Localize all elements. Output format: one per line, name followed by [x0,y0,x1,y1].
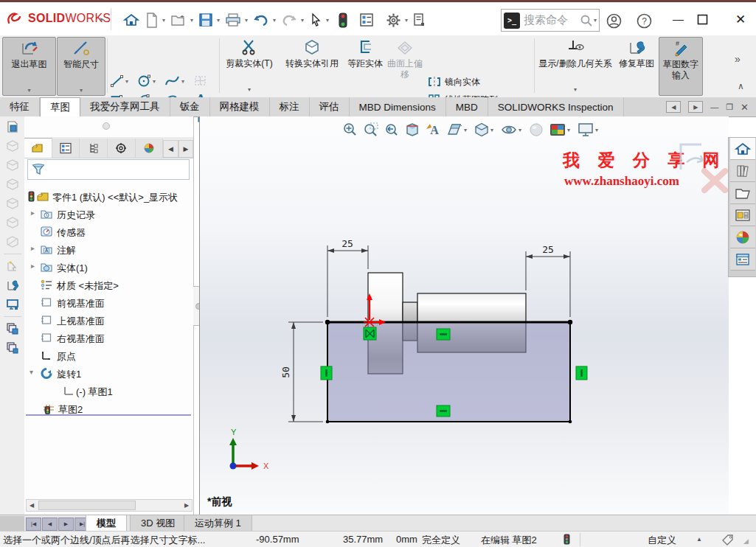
search-input[interactable]: 搜索命令 [524,13,580,27]
view-palette-icon[interactable] [730,204,755,226]
convert-entities-button[interactable]: 转换实体引用 [280,37,344,94]
ribbon-collapse-icon[interactable]: ∧ [738,81,744,91]
relation-badge-vertical-right[interactable] [576,366,587,380]
dropdown-arrow-icon[interactable]: ▾ [58,87,105,94]
tab-mesh-modeling[interactable]: 网格建模 [210,97,270,116]
minimize-icon[interactable]: — [664,13,693,25]
maximize-icon[interactable] [697,14,708,25]
scrollbar-thumb[interactable] [38,501,136,510]
sketch-confirmation-corner[interactable] [681,144,725,190]
first-tab-icon[interactable]: |◀ [26,518,41,531]
custom-properties-icon[interactable] [730,248,755,271]
active-view-cube-icon[interactable] [3,118,22,136]
cube-icon[interactable] [3,233,22,251]
tree-item-solid-bodies[interactable]: ▸ 实体(1) [24,259,193,276]
dropdown-arrow-icon[interactable]: ▾ [3,87,55,94]
units-selector[interactable]: 自定义 [648,534,676,547]
tab-sheet-metal[interactable]: 钣金 [170,97,210,116]
doc-restore-icon[interactable]: ❐ [726,102,733,112]
tree-item-top-plane[interactable]: 上视基准面 [24,313,193,329]
expand-arrow-icon[interactable]: ▸ [31,244,35,252]
collapse-arrow-icon[interactable]: ▾ [30,368,33,376]
tab-model[interactable]: 模型 [86,515,127,531]
sketch-repair-icon[interactable] [3,276,22,294]
tree-item-history[interactable]: ▸ 历史记录 [24,206,193,223]
tree-item-revolve1[interactable]: ▾ 旋转1 [24,366,193,382]
dropdown-arrow-icon[interactable]: ▾ [153,78,156,85]
cube-icon[interactable] [3,195,22,212]
panel-collapse-handle[interactable] [103,122,110,130]
dimension-25-left[interactable]: 25 [327,238,368,317]
dropdown-arrow-icon[interactable]: ▾ [190,17,193,24]
select-cursor-icon[interactable] [306,8,325,32]
dropdown-arrow-icon[interactable]: ▾ [245,17,248,24]
doc-prev-icon[interactable]: ◀ [666,101,681,113]
doc-close-icon[interactable]: ✕ [741,102,749,113]
tab-evaluate[interactable]: 评估 [310,97,350,116]
tree-item-sketch1[interactable]: (-) 草图1 [24,383,193,400]
tab-motion-study[interactable]: 运动算例 1 [184,515,252,531]
tree-item-origin[interactable]: 原点 [24,348,193,364]
relation-badge-horizontal-top[interactable] [437,329,450,340]
save-icon[interactable] [195,8,216,32]
new-sketch-disabled-icon[interactable] [3,257,22,275]
tree-root-item[interactable]: 零件1 (默认) <<默认>_显示状 [24,189,193,205]
tab-property-manager[interactable] [52,139,80,158]
resize-grip[interactable]: ◢ [743,537,749,545]
dropdown-arrow-icon[interactable]: ▾ [537,86,614,93]
tag-icon[interactable] [721,534,735,546]
scroll-left-icon[interactable]: ◀ [27,501,37,510]
layered-views-icon[interactable] [3,320,22,338]
dropdown-arrow-icon[interactable]: ▾ [594,17,597,24]
ribbon-more-icon[interactable]: » [735,53,741,65]
tab-dimxpert-manager[interactable] [108,139,136,158]
appearances-icon[interactable] [730,226,755,248]
tab-sketch[interactable]: 草图 [40,97,80,116]
logo-flyout-arrow-icon[interactable]: ▸ [100,15,104,23]
redo-icon[interactable] [278,8,300,32]
graphics-viewport[interactable]: A ▾ ▾ ▾ ▾ ▾ 我 爱 分 享 网 www.zhanshaoyi.com [199,116,729,515]
resources-icon[interactable] [730,160,755,182]
dropdown-arrow-icon[interactable]: ▾ [326,17,329,24]
smart-dimension-button[interactable]: 智能尺寸 ▾ [57,37,105,96]
rollback-bar[interactable] [26,414,191,416]
dropdown-arrow-icon[interactable]: ▾ [125,78,128,85]
exit-sketch-button[interactable]: 退出草图 ▾ [2,37,56,96]
relation-badge-midpoint[interactable] [364,327,376,340]
next-tab-icon[interactable]: ▶ [58,518,74,531]
expand-arrow-icon[interactable]: ▸ [31,209,35,217]
close-icon[interactable]: ✕ [726,12,755,27]
cube-icon[interactable] [3,214,22,231]
display-delete-relations-button[interactable]: 显示/删除几何关系 ▾ [537,37,614,94]
settings-gear-icon[interactable] [383,8,404,32]
user-account-icon[interactable] [606,13,622,29]
task-list-icon[interactable] [356,8,377,32]
sketch-drawing[interactable]: 25 25 50 [200,116,729,515]
tab-annotation[interactable]: 标注 [270,97,310,116]
layered-views-icon[interactable] [3,339,22,357]
dropdown-arrow-icon[interactable]: ▾ [181,78,184,85]
performance-traffic-light-icon[interactable] [336,8,350,32]
tab-features[interactable]: 特征 [0,97,40,116]
tree-filter-input[interactable] [27,159,190,180]
home-icon[interactable] [120,8,142,32]
design-library-icon[interactable] [730,182,755,204]
doc-minimize-icon[interactable]: — [710,102,718,111]
dropdown-arrow-icon[interactable]: ▾ [162,17,165,24]
dropdown-arrow-icon[interactable]: ▾ [301,17,304,24]
expand-arrow-icon[interactable]: ▸ [31,262,35,270]
doc-next-icon[interactable]: ▶ [688,101,703,113]
spline-tool[interactable]: ▾ [164,74,187,88]
open-document-icon[interactable] [167,8,190,32]
monitor-select-icon[interactable] [3,296,22,313]
tree-item-sensors[interactable]: 传感器 [24,224,193,240]
tab-mbd-dimensions[interactable]: MBD Dimensions [350,97,446,116]
sketch-numeric-input-button[interactable]: # 草图数字输入 [659,37,703,96]
repair-sketch-button[interactable]: 修复草图 [618,37,655,94]
new-document-icon[interactable] [142,8,162,32]
scroll-right-icon[interactable]: ▶ [181,501,192,510]
tab-mbd[interactable]: MBD [446,97,488,116]
tree-item-front-plane[interactable]: 前视基准面 [24,295,193,311]
tree-item-right-plane[interactable]: 右视基准面 [24,330,193,346]
cube-icon[interactable] [3,137,22,155]
